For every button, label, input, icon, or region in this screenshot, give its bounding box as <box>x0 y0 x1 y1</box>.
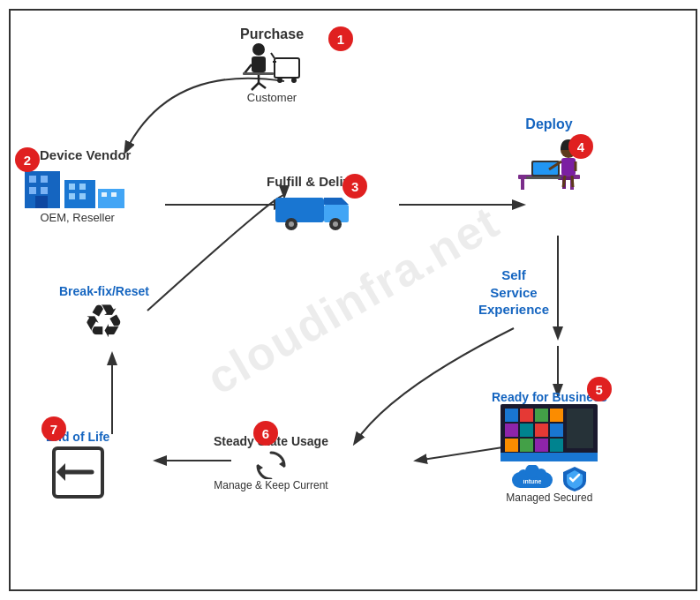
svg-rect-33 <box>275 198 324 222</box>
device-vendor-node: 2 Device Vendor OEM, Reseller <box>24 147 131 224</box>
purchase-icon <box>241 42 303 91</box>
svg-rect-21 <box>41 176 48 183</box>
svg-rect-27 <box>79 184 86 190</box>
manage-keep-label: Manage & Keep Current <box>214 479 327 491</box>
svg-point-7 <box>252 43 265 56</box>
defender-icon <box>561 465 588 491</box>
svg-rect-31 <box>102 192 107 197</box>
ready-business-node: 5 Ready for Business <box>492 390 607 504</box>
svg-rect-68 <box>520 439 533 452</box>
end-of-life-node: 7 End of Life <box>46 430 109 501</box>
svg-rect-69 <box>535 439 548 452</box>
svg-rect-28 <box>69 193 75 199</box>
svg-point-40 <box>289 221 294 227</box>
svg-marker-81 <box>56 463 65 481</box>
svg-rect-64 <box>520 424 533 437</box>
svg-rect-26 <box>69 184 75 190</box>
svg-rect-60 <box>520 409 533 422</box>
svg-rect-61 <box>535 409 548 422</box>
svg-line-55 <box>563 176 565 187</box>
svg-rect-8 <box>252 56 266 72</box>
svg-rect-50 <box>526 176 561 179</box>
svg-point-18 <box>291 78 297 83</box>
break-fix-node: Break-fix/Reset ♻ <box>59 284 149 344</box>
diagram: cloudinfra.net 1 <box>9 9 697 591</box>
fulfill-icon <box>275 189 355 233</box>
svg-line-56 <box>572 176 573 187</box>
purchase-node: 1 Purchase Customer <box>240 26 304 104</box>
svg-marker-78 <box>258 464 263 471</box>
badge-4: 4 <box>568 134 593 159</box>
badge-5: 5 <box>587 377 612 401</box>
deploy-label: Deploy <box>525 116 572 132</box>
device-vendor-label: Device Vendor <box>40 147 131 162</box>
recycle-unicode: ♻ <box>83 298 124 344</box>
windows-screenshot <box>501 404 598 461</box>
svg-point-76 <box>536 469 546 479</box>
svg-rect-32 <box>111 192 117 197</box>
svg-rect-22 <box>29 187 36 194</box>
purchase-label: Purchase <box>240 26 304 42</box>
svg-rect-49 <box>533 162 558 175</box>
svg-rect-70 <box>550 439 563 452</box>
end-of-life-icon <box>49 444 107 501</box>
svg-rect-58 <box>501 453 598 461</box>
steady-state-node: 6 Steady State Usage Manage & Keep Curre… <box>214 434 328 491</box>
managed-icons: Intune <box>510 465 588 491</box>
svg-rect-62 <box>550 409 563 422</box>
oem-reseller-label: OEM, Reseller <box>40 211 115 224</box>
svg-line-16 <box>271 53 275 58</box>
svg-rect-24 <box>35 196 48 208</box>
svg-line-9 <box>245 64 252 73</box>
fulfill-deliver-node: Fulfill & Deliver 3 <box>267 174 363 233</box>
intune-icon: Intune <box>510 465 554 491</box>
self-service-label: Self ServiceExperience <box>478 266 549 319</box>
svg-rect-71 <box>567 409 593 448</box>
break-fix-label: Break-fix/Reset <box>59 284 149 298</box>
sync-icon <box>253 448 289 479</box>
svg-rect-30 <box>98 189 124 208</box>
svg-marker-77 <box>279 461 284 468</box>
svg-rect-44 <box>521 179 524 190</box>
svg-rect-66 <box>550 424 563 437</box>
deploy-node: Deploy <box>514 116 584 190</box>
svg-point-17 <box>277 78 282 83</box>
customer-label: Customer <box>247 91 297 104</box>
svg-line-11 <box>252 83 259 90</box>
svg-rect-29 <box>79 193 86 199</box>
svg-rect-20 <box>29 176 36 183</box>
svg-marker-35 <box>324 198 349 205</box>
svg-rect-63 <box>505 424 518 437</box>
svg-rect-14 <box>275 58 299 78</box>
badge-1: 1 <box>328 26 353 51</box>
svg-rect-52 <box>561 158 576 176</box>
badge-7: 7 <box>41 416 66 441</box>
svg-rect-13 <box>243 72 274 75</box>
svg-rect-67 <box>505 439 518 452</box>
svg-rect-23 <box>41 187 48 194</box>
badge-3: 3 <box>342 174 367 199</box>
svg-line-12 <box>259 83 266 88</box>
managed-secured-label: Managed Secured <box>506 491 592 504</box>
svg-rect-65 <box>535 424 548 437</box>
device-vendor-icon <box>25 162 131 211</box>
badge-2: 2 <box>15 147 40 172</box>
svg-rect-59 <box>505 409 518 422</box>
svg-point-42 <box>333 221 338 227</box>
badge-6: 6 <box>253 421 278 446</box>
